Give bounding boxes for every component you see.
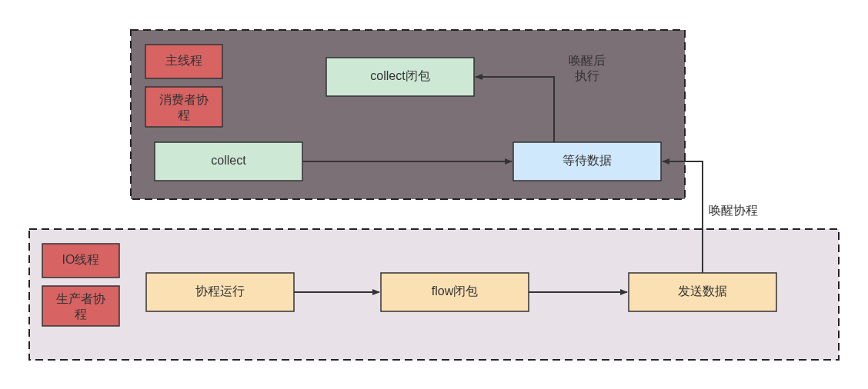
label-wake-coroutine: 唤醒协程 (709, 204, 758, 217)
tag-producer-coroutine-label-1: 生产者协 (56, 292, 105, 305)
box-send-data-label: 发送数据 (678, 284, 727, 298)
box-collect-closure-label: collect闭包 (370, 69, 429, 82)
box-coroutine-run-label: 协程运行 (195, 284, 245, 298)
tag-io-thread-label: IO线程 (62, 253, 100, 266)
tag-main-thread-label: 主线程 (165, 54, 202, 67)
tag-consumer-coroutine-label-2: 程 (178, 108, 190, 121)
flow-diagram: 主线程 消费者协 程 collect collect闭包 等待数据 唤醒后 执行… (0, 0, 868, 389)
box-wait-data-label: 等待数据 (563, 154, 612, 167)
label-wake-then-exec-1: 唤醒后 (569, 54, 606, 67)
box-flow-closure-label: flow闭包 (432, 284, 478, 298)
label-wake-then-exec-2: 执行 (575, 69, 599, 82)
tag-producer-coroutine-label-2: 程 (75, 308, 87, 321)
tag-consumer-coroutine-label-1: 消费者协 (159, 93, 209, 106)
box-collect-label: collect (211, 154, 246, 167)
